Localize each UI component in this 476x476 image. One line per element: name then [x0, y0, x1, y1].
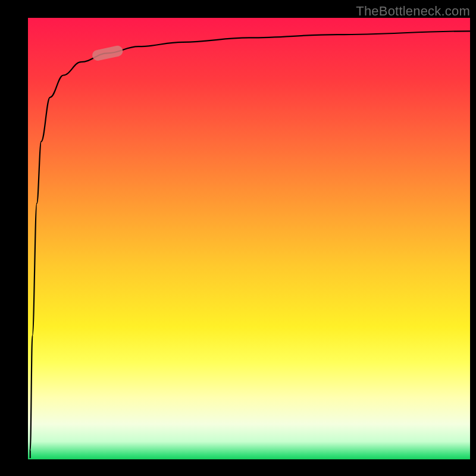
curve-path [30, 31, 470, 458]
chart-frame: TheBottleneck.com [0, 0, 476, 476]
curve-layer [28, 18, 470, 459]
watermark-text: TheBottleneck.com [356, 4, 470, 19]
curve-marker [91, 45, 124, 62]
svg-rect-0 [91, 45, 124, 62]
plot-area [28, 18, 470, 459]
